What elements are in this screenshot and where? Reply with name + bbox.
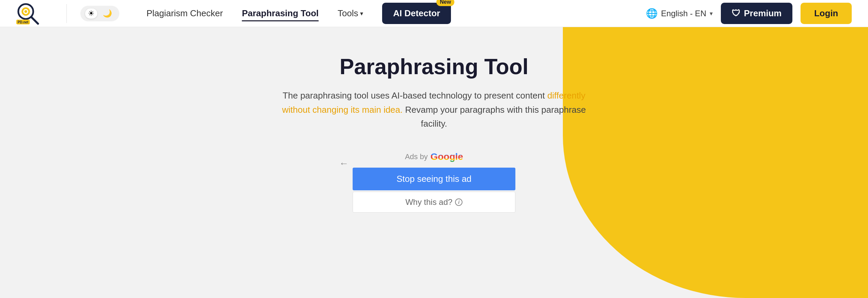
subtitle-after: Revamp your paragraphs with this paraphr…	[403, 105, 586, 129]
nav-tools-dropdown[interactable]: Tools ▾	[338, 8, 363, 19]
page-subtitle: The paraphrasing tool uses AI-based tech…	[281, 89, 587, 131]
main-nav: Plagiarism Checker Paraphrasing Tool Too…	[146, 3, 646, 24]
why-this-ad-button[interactable]: Why this ad? i	[353, 192, 515, 213]
svg-point-2	[24, 10, 27, 13]
light-mode-button[interactable]: ☀	[85, 8, 97, 19]
logo-icon: PD.net	[16, 2, 39, 25]
globe-icon: 🌐	[646, 8, 658, 19]
premium-shield-icon: 🛡	[732, 8, 741, 19]
chevron-down-icon: ▾	[360, 10, 363, 17]
main-content: Paraphrasing Tool The paraphrasing tool …	[0, 27, 868, 298]
lang-chevron-icon: ▾	[710, 10, 713, 17]
stop-seeing-ad-button[interactable]: Stop seeing this ad	[353, 168, 515, 190]
info-icon: i	[455, 198, 462, 206]
logo-area: PD.net	[16, 2, 39, 25]
svg-line-3	[31, 17, 38, 24]
header: PD.net ☀ 🌙 Plagiarism Checker Paraphrasi…	[0, 0, 868, 27]
theme-toggle: ☀ 🌙	[80, 6, 119, 21]
ad-container: ← Ads by Google Stop seeing this ad Why …	[353, 151, 515, 213]
header-divider	[66, 4, 67, 23]
ads-by-text: Ads by	[405, 152, 428, 161]
premium-label: Premium	[744, 8, 782, 19]
header-right: 🌐 English - EN ▾ 🛡 Premium Login	[646, 3, 852, 24]
back-arrow-icon[interactable]: ←	[339, 158, 349, 169]
new-badge: New	[436, 0, 454, 6]
subtitle-before: The paraphrasing tool uses AI-based tech…	[283, 90, 548, 101]
premium-button[interactable]: 🛡 Premium	[721, 3, 792, 24]
language-label: English - EN	[661, 9, 706, 18]
ads-by-google-label: Ads by Google	[405, 151, 463, 162]
language-selector[interactable]: 🌐 English - EN ▾	[646, 8, 713, 19]
svg-text:PD.net: PD.net	[18, 20, 28, 24]
why-ad-label: Why this ad?	[406, 197, 453, 207]
login-button[interactable]: Login	[801, 3, 852, 24]
google-logo: Google	[430, 151, 463, 162]
nav-tools-label: Tools	[338, 8, 358, 19]
ai-detector-button[interactable]: AI Detector New	[382, 3, 451, 24]
dark-mode-button[interactable]: 🌙	[100, 8, 115, 19]
nav-paraphrasing-tool[interactable]: Paraphrasing Tool	[242, 8, 318, 19]
ai-detector-label: AI Detector	[393, 8, 440, 18]
content-area: Paraphrasing Tool The paraphrasing tool …	[0, 27, 868, 213]
page-title: Paraphrasing Tool	[339, 54, 528, 79]
nav-plagiarism-checker[interactable]: Plagiarism Checker	[146, 8, 223, 19]
